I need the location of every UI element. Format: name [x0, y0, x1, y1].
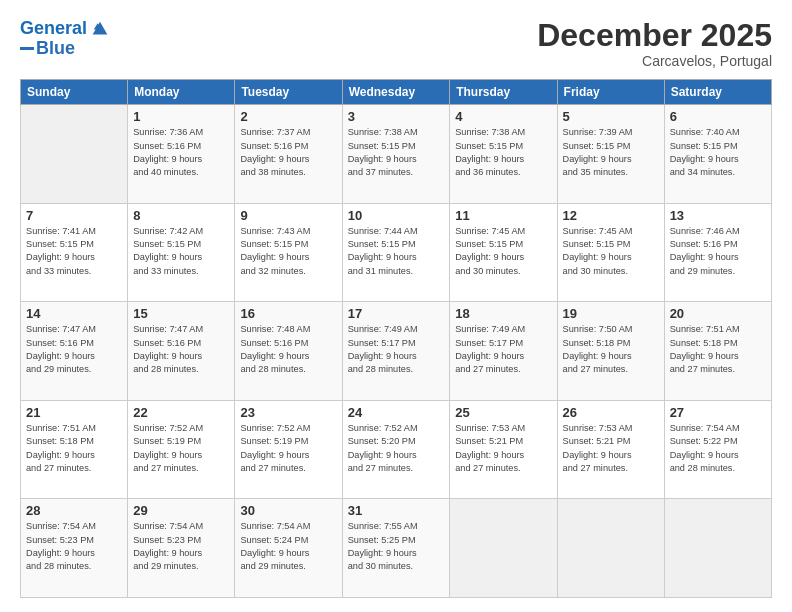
day-info: Sunrise: 7:47 AMSunset: 5:16 PMDaylight:…	[26, 323, 122, 376]
day-info: Sunrise: 7:51 AMSunset: 5:18 PMDaylight:…	[26, 422, 122, 475]
title-block: December 2025 Carcavelos, Portugal	[537, 18, 772, 69]
calendar-day-cell	[664, 499, 771, 598]
day-info: Sunrise: 7:54 AMSunset: 5:24 PMDaylight:…	[240, 520, 336, 573]
weekday-header-friday: Friday	[557, 80, 664, 105]
day-number: 14	[26, 306, 122, 321]
day-info: Sunrise: 7:39 AMSunset: 5:15 PMDaylight:…	[563, 126, 659, 179]
logo-text: General	[20, 18, 87, 40]
calendar-day-cell: 27Sunrise: 7:54 AMSunset: 5:22 PMDayligh…	[664, 400, 771, 499]
day-number: 2	[240, 109, 336, 124]
day-info: Sunrise: 7:54 AMSunset: 5:23 PMDaylight:…	[133, 520, 229, 573]
calendar-week-row: 7Sunrise: 7:41 AMSunset: 5:15 PMDaylight…	[21, 203, 772, 302]
day-number: 30	[240, 503, 336, 518]
day-number: 13	[670, 208, 766, 223]
calendar-day-cell: 14Sunrise: 7:47 AMSunset: 5:16 PMDayligh…	[21, 302, 128, 401]
calendar-day-cell: 5Sunrise: 7:39 AMSunset: 5:15 PMDaylight…	[557, 105, 664, 204]
day-number: 24	[348, 405, 445, 420]
day-info: Sunrise: 7:51 AMSunset: 5:18 PMDaylight:…	[670, 323, 766, 376]
day-number: 15	[133, 306, 229, 321]
calendar-day-cell: 19Sunrise: 7:50 AMSunset: 5:18 PMDayligh…	[557, 302, 664, 401]
day-number: 9	[240, 208, 336, 223]
day-number: 27	[670, 405, 766, 420]
month-title: December 2025	[537, 18, 772, 53]
calendar-week-row: 21Sunrise: 7:51 AMSunset: 5:18 PMDayligh…	[21, 400, 772, 499]
calendar-day-cell: 17Sunrise: 7:49 AMSunset: 5:17 PMDayligh…	[342, 302, 450, 401]
calendar-day-cell: 18Sunrise: 7:49 AMSunset: 5:17 PMDayligh…	[450, 302, 557, 401]
weekday-header-sunday: Sunday	[21, 80, 128, 105]
calendar-week-row: 1Sunrise: 7:36 AMSunset: 5:16 PMDaylight…	[21, 105, 772, 204]
calendar-day-cell: 7Sunrise: 7:41 AMSunset: 5:15 PMDaylight…	[21, 203, 128, 302]
day-info: Sunrise: 7:46 AMSunset: 5:16 PMDaylight:…	[670, 225, 766, 278]
day-number: 17	[348, 306, 445, 321]
day-info: Sunrise: 7:49 AMSunset: 5:17 PMDaylight:…	[455, 323, 551, 376]
calendar-week-row: 28Sunrise: 7:54 AMSunset: 5:23 PMDayligh…	[21, 499, 772, 598]
calendar-day-cell	[450, 499, 557, 598]
weekday-header-thursday: Thursday	[450, 80, 557, 105]
day-info: Sunrise: 7:48 AMSunset: 5:16 PMDaylight:…	[240, 323, 336, 376]
day-number: 5	[563, 109, 659, 124]
day-number: 1	[133, 109, 229, 124]
calendar-day-cell: 16Sunrise: 7:48 AMSunset: 5:16 PMDayligh…	[235, 302, 342, 401]
day-info: Sunrise: 7:54 AMSunset: 5:22 PMDaylight:…	[670, 422, 766, 475]
calendar-day-cell: 2Sunrise: 7:37 AMSunset: 5:16 PMDaylight…	[235, 105, 342, 204]
day-info: Sunrise: 7:53 AMSunset: 5:21 PMDaylight:…	[563, 422, 659, 475]
calendar-day-cell: 23Sunrise: 7:52 AMSunset: 5:19 PMDayligh…	[235, 400, 342, 499]
weekday-header-saturday: Saturday	[664, 80, 771, 105]
day-number: 20	[670, 306, 766, 321]
day-info: Sunrise: 7:37 AMSunset: 5:16 PMDaylight:…	[240, 126, 336, 179]
day-number: 31	[348, 503, 445, 518]
day-number: 12	[563, 208, 659, 223]
weekday-header-row: SundayMondayTuesdayWednesdayThursdayFrid…	[21, 80, 772, 105]
calendar-day-cell: 9Sunrise: 7:43 AMSunset: 5:15 PMDaylight…	[235, 203, 342, 302]
calendar-table: SundayMondayTuesdayWednesdayThursdayFrid…	[20, 79, 772, 598]
calendar-day-cell: 28Sunrise: 7:54 AMSunset: 5:23 PMDayligh…	[21, 499, 128, 598]
calendar-day-cell: 13Sunrise: 7:46 AMSunset: 5:16 PMDayligh…	[664, 203, 771, 302]
day-number: 10	[348, 208, 445, 223]
calendar-day-cell: 3Sunrise: 7:38 AMSunset: 5:15 PMDaylight…	[342, 105, 450, 204]
logo: General Blue	[20, 18, 111, 60]
day-number: 19	[563, 306, 659, 321]
day-number: 29	[133, 503, 229, 518]
day-number: 8	[133, 208, 229, 223]
day-info: Sunrise: 7:40 AMSunset: 5:15 PMDaylight:…	[670, 126, 766, 179]
calendar-day-cell: 22Sunrise: 7:52 AMSunset: 5:19 PMDayligh…	[128, 400, 235, 499]
day-info: Sunrise: 7:54 AMSunset: 5:23 PMDaylight:…	[26, 520, 122, 573]
day-number: 23	[240, 405, 336, 420]
day-info: Sunrise: 7:52 AMSunset: 5:19 PMDaylight:…	[133, 422, 229, 475]
day-number: 11	[455, 208, 551, 223]
day-info: Sunrise: 7:45 AMSunset: 5:15 PMDaylight:…	[455, 225, 551, 278]
day-info: Sunrise: 7:41 AMSunset: 5:15 PMDaylight:…	[26, 225, 122, 278]
day-info: Sunrise: 7:38 AMSunset: 5:15 PMDaylight:…	[348, 126, 445, 179]
day-info: Sunrise: 7:49 AMSunset: 5:17 PMDaylight:…	[348, 323, 445, 376]
calendar-day-cell: 11Sunrise: 7:45 AMSunset: 5:15 PMDayligh…	[450, 203, 557, 302]
calendar-day-cell	[21, 105, 128, 204]
calendar-day-cell: 15Sunrise: 7:47 AMSunset: 5:16 PMDayligh…	[128, 302, 235, 401]
calendar-day-cell: 4Sunrise: 7:38 AMSunset: 5:15 PMDaylight…	[450, 105, 557, 204]
calendar-day-cell: 29Sunrise: 7:54 AMSunset: 5:23 PMDayligh…	[128, 499, 235, 598]
day-number: 16	[240, 306, 336, 321]
day-info: Sunrise: 7:55 AMSunset: 5:25 PMDaylight:…	[348, 520, 445, 573]
day-info: Sunrise: 7:53 AMSunset: 5:21 PMDaylight:…	[455, 422, 551, 475]
calendar-day-cell: 24Sunrise: 7:52 AMSunset: 5:20 PMDayligh…	[342, 400, 450, 499]
calendar-day-cell: 21Sunrise: 7:51 AMSunset: 5:18 PMDayligh…	[21, 400, 128, 499]
day-number: 22	[133, 405, 229, 420]
calendar-day-cell: 6Sunrise: 7:40 AMSunset: 5:15 PMDaylight…	[664, 105, 771, 204]
calendar-day-cell: 31Sunrise: 7:55 AMSunset: 5:25 PMDayligh…	[342, 499, 450, 598]
calendar-day-cell	[557, 499, 664, 598]
calendar-day-cell: 8Sunrise: 7:42 AMSunset: 5:15 PMDaylight…	[128, 203, 235, 302]
day-info: Sunrise: 7:36 AMSunset: 5:16 PMDaylight:…	[133, 126, 229, 179]
calendar-day-cell: 20Sunrise: 7:51 AMSunset: 5:18 PMDayligh…	[664, 302, 771, 401]
day-info: Sunrise: 7:50 AMSunset: 5:18 PMDaylight:…	[563, 323, 659, 376]
day-info: Sunrise: 7:47 AMSunset: 5:16 PMDaylight:…	[133, 323, 229, 376]
day-number: 7	[26, 208, 122, 223]
weekday-header-tuesday: Tuesday	[235, 80, 342, 105]
day-number: 3	[348, 109, 445, 124]
logo-icon	[89, 18, 111, 40]
calendar-week-row: 14Sunrise: 7:47 AMSunset: 5:16 PMDayligh…	[21, 302, 772, 401]
day-number: 6	[670, 109, 766, 124]
header: General Blue December 2025 Carcavelos, P…	[20, 18, 772, 69]
calendar-day-cell: 25Sunrise: 7:53 AMSunset: 5:21 PMDayligh…	[450, 400, 557, 499]
day-info: Sunrise: 7:43 AMSunset: 5:15 PMDaylight:…	[240, 225, 336, 278]
calendar-day-cell: 10Sunrise: 7:44 AMSunset: 5:15 PMDayligh…	[342, 203, 450, 302]
weekday-header-monday: Monday	[128, 80, 235, 105]
